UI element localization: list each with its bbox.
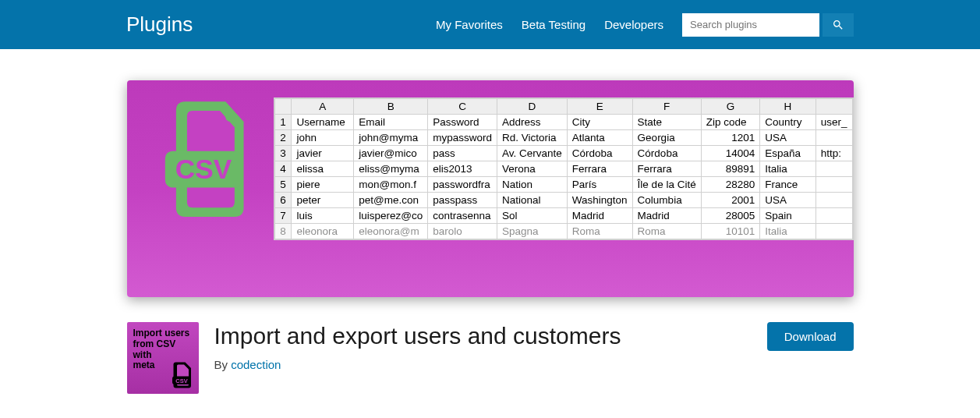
- author-link[interactable]: codection: [231, 358, 281, 371]
- plugin-banner: CSV ABCDEFGH1UsernameEmailPasswordAddres…: [127, 80, 854, 297]
- col-header: H: [760, 99, 816, 115]
- title-block: Import and export users and customers By…: [214, 322, 752, 371]
- content: CSV ABCDEFGH1UsernameEmailPasswordAddres…: [127, 80, 854, 394]
- table-row: 4elissaeliss@mymaelis2013VeronaFerraraFe…: [274, 161, 852, 177]
- cell: National: [497, 193, 568, 208]
- cell: Roma: [567, 224, 632, 239]
- spreadsheet-preview: ABCDEFGH1UsernameEmailPasswordAddressCit…: [274, 97, 854, 240]
- cell: eleonora: [292, 224, 354, 239]
- header-cell: Password: [428, 115, 497, 130]
- topbar-nav: My Favorites Beta Testing Developers: [436, 13, 854, 37]
- row-header: 3: [274, 146, 292, 161]
- plugin-title: Import and export users and customers: [214, 322, 752, 350]
- svg-text:CSV: CSV: [175, 154, 232, 184]
- header-cell: Address: [497, 115, 568, 130]
- cell: Nation: [497, 177, 568, 193]
- cell: 14004: [701, 146, 760, 161]
- cell: javier@mico: [354, 146, 428, 161]
- search-input[interactable]: [682, 13, 819, 37]
- cell: USA: [760, 193, 816, 208]
- cell: Sol: [497, 208, 568, 224]
- col-header: D: [497, 99, 568, 115]
- cell: mypassword: [428, 130, 497, 146]
- cell: España: [760, 146, 816, 161]
- cell: Madrid: [567, 208, 632, 224]
- header-cell: State: [632, 115, 701, 130]
- nav-developers[interactable]: Developers: [604, 18, 663, 31]
- table-row: 3javierjavier@micopassAv. CervanteCórdob…: [274, 146, 852, 161]
- cell: luisperez@co: [354, 208, 428, 224]
- cell: 28280: [701, 177, 760, 193]
- header-cell: Zip code: [701, 115, 760, 130]
- plugin-byline: By codection: [214, 358, 752, 371]
- cell: 2001: [701, 193, 760, 208]
- header-cell: Country: [760, 115, 816, 130]
- cell: Georgia: [632, 130, 701, 146]
- cell: 10101: [701, 224, 760, 239]
- cell: 28005: [701, 208, 760, 224]
- table-row: 5pieremon@mon.fpasswordfraNationParísÎle…: [274, 177, 852, 193]
- row-header: 4: [274, 161, 292, 177]
- col-header: [815, 99, 852, 115]
- cell: Verona: [497, 161, 568, 177]
- cell: piere: [292, 177, 354, 193]
- row-header: 7: [274, 208, 292, 224]
- row-header: 2: [274, 130, 292, 146]
- byline-prefix: By: [214, 358, 232, 371]
- row-header: 8: [274, 224, 292, 239]
- cell: john: [292, 130, 354, 146]
- cell: Av. Cervante: [497, 146, 568, 161]
- nav-beta-testing[interactable]: Beta Testing: [522, 18, 586, 31]
- table-row: 8eleonoraeleonora@mbaroloSpagnaRomaRoma1…: [274, 224, 852, 239]
- cell: Washington: [567, 193, 632, 208]
- plugin-icon-text-line: with: [133, 350, 193, 361]
- cell: Córdoba: [567, 146, 632, 161]
- cell: [815, 208, 852, 224]
- cell: Atlanta: [567, 130, 632, 146]
- cell: [815, 193, 852, 208]
- cell: Rd. Victoria: [497, 130, 568, 146]
- cell: passpass: [428, 193, 497, 208]
- cell: john@myma: [354, 130, 428, 146]
- topbar: Plugins My Favorites Beta Testing Develo…: [0, 0, 980, 49]
- cell: París: [567, 177, 632, 193]
- download-button[interactable]: Download: [767, 322, 854, 351]
- table-row: 2johnjohn@mymamypasswordRd. VictoriaAtla…: [274, 130, 852, 146]
- cell: Roma: [632, 224, 701, 239]
- cell: eleonora@m: [354, 224, 428, 239]
- cell: javier: [292, 146, 354, 161]
- cell: elissa: [292, 161, 354, 177]
- cell: 1201: [701, 130, 760, 146]
- cell: pass: [428, 146, 497, 161]
- col-header: C: [428, 99, 497, 115]
- cell: [815, 224, 852, 239]
- cell: Spain: [760, 208, 816, 224]
- cell: [815, 161, 852, 177]
- cell: France: [760, 177, 816, 193]
- cell: pet@me.con: [354, 193, 428, 208]
- cell: USA: [760, 130, 816, 146]
- header-cell: Email: [354, 115, 428, 130]
- cell: elis2013: [428, 161, 497, 177]
- header-cell: user_: [815, 115, 852, 130]
- cell: Île de la Cité: [632, 177, 701, 193]
- table-row: 7luisluisperez@cocontrasennaSolMadridMad…: [274, 208, 852, 224]
- csv-small-icon: CSV: [169, 361, 194, 389]
- search-button[interactable]: [823, 13, 854, 37]
- plugin-header-row: Import users from CSV with meta CSV Impo…: [127, 322, 854, 394]
- cell: Ferrara: [567, 161, 632, 177]
- cell: Columbia: [632, 193, 701, 208]
- cell: peter: [292, 193, 354, 208]
- cell: contrasenna: [428, 208, 497, 224]
- plugin-icon-text-line: Import users: [133, 328, 193, 339]
- plugin-icon: Import users from CSV with meta CSV: [127, 322, 199, 394]
- page-title: Plugins: [126, 12, 193, 37]
- cell: passwordfra: [428, 177, 497, 193]
- cell: [815, 177, 852, 193]
- nav-my-favorites[interactable]: My Favorites: [436, 18, 503, 31]
- cell: Spagna: [497, 224, 568, 239]
- cell: Córdoba: [632, 146, 701, 161]
- cell: mon@mon.f: [354, 177, 428, 193]
- table-row: 6peterpet@me.conpasspassNationalWashingt…: [274, 193, 852, 208]
- col-header: B: [354, 99, 428, 115]
